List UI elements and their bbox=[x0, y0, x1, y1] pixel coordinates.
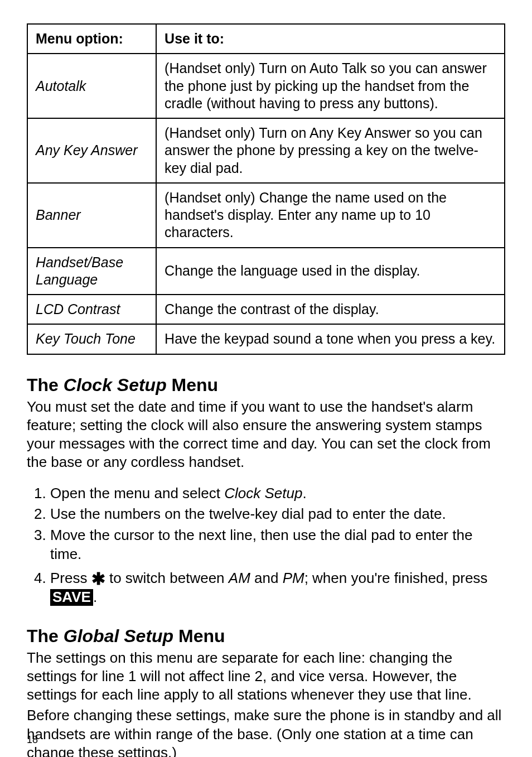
heading-name: Clock Setup bbox=[64, 375, 167, 395]
global-setup-para-1: The settings on this menu are separate f… bbox=[27, 649, 505, 705]
table-row: Banner (Handset only) Change the name us… bbox=[27, 183, 505, 248]
option-desc: (Handset only) Turn on Any Key Answer so… bbox=[156, 118, 505, 183]
table-header-use: Use it to: bbox=[156, 24, 505, 54]
table-row: Handset/Base Language Change the languag… bbox=[27, 248, 505, 295]
option-desc: Have the keypad sound a tone when you pr… bbox=[156, 324, 505, 354]
table-header-row: Menu option: Use it to: bbox=[27, 24, 505, 54]
option-name: LCD Contrast bbox=[27, 295, 156, 324]
step-text: Open the menu and select bbox=[50, 485, 224, 502]
step-4: Press ✱ to switch between AM and PM; whe… bbox=[50, 566, 505, 607]
option-desc: (Handset only) Change the name used on t… bbox=[156, 183, 505, 248]
table-row: Key Touch Tone Have the keypad sound a t… bbox=[27, 324, 505, 354]
step-3: Move the cursor to the next line, then u… bbox=[50, 526, 505, 564]
global-setup-heading: The Global Setup Menu bbox=[27, 626, 505, 647]
table-row: Any Key Answer (Handset only) Turn on An… bbox=[27, 118, 505, 183]
step-text: Press bbox=[50, 570, 91, 586]
heading-suffix: Menu bbox=[173, 626, 225, 646]
step-text: . bbox=[93, 589, 97, 605]
heading-prefix: The bbox=[27, 375, 64, 395]
table-row: Autotalk (Handset only) Turn on Auto Tal… bbox=[27, 54, 505, 118]
heading-prefix: The bbox=[27, 626, 64, 646]
option-name: Handset/Base Language bbox=[27, 248, 156, 295]
page-number: 18 bbox=[27, 734, 38, 746]
option-desc: Change the language used in the display. bbox=[156, 248, 505, 295]
step-2: Use the numbers on the twelve-key dial p… bbox=[50, 505, 505, 524]
step-text: to switch between bbox=[105, 570, 229, 586]
clock-setup-heading: The Clock Setup Menu bbox=[27, 375, 505, 396]
heading-suffix: Menu bbox=[167, 375, 218, 395]
table-header-option: Menu option: bbox=[27, 24, 156, 54]
table-row: LCD Contrast Change the contrast of the … bbox=[27, 295, 505, 324]
option-desc: (Handset only) Turn on Auto Talk so you … bbox=[156, 54, 505, 118]
option-desc: Change the contrast of the display. bbox=[156, 295, 505, 324]
step-text: ; when you're finished, press bbox=[304, 570, 488, 586]
option-name: Any Key Answer bbox=[27, 118, 156, 183]
clock-setup-steps: Open the menu and select Clock Setup. Us… bbox=[27, 484, 505, 607]
step-text: and bbox=[250, 570, 283, 586]
option-name: Autotalk bbox=[27, 54, 156, 118]
save-key-label: SAVE bbox=[50, 589, 93, 606]
menu-options-table: Menu option: Use it to: Autotalk (Handse… bbox=[27, 23, 505, 355]
heading-name: Global Setup bbox=[64, 626, 173, 646]
step-menu-name: Clock Setup bbox=[224, 485, 302, 502]
step-1: Open the menu and select Clock Setup. bbox=[50, 484, 505, 503]
star-key-icon: ✱ bbox=[91, 568, 105, 590]
am-label: AM bbox=[229, 570, 250, 586]
page: Menu option: Use it to: Autotalk (Handse… bbox=[0, 0, 532, 757]
step-text: . bbox=[302, 485, 306, 502]
clock-setup-intro: You must set the date and time if you wa… bbox=[27, 398, 505, 472]
option-name: Banner bbox=[27, 183, 156, 248]
option-name: Key Touch Tone bbox=[27, 324, 156, 354]
pm-label: PM bbox=[283, 570, 304, 586]
global-setup-para-2: Before changing these settings, make sur… bbox=[27, 706, 505, 757]
